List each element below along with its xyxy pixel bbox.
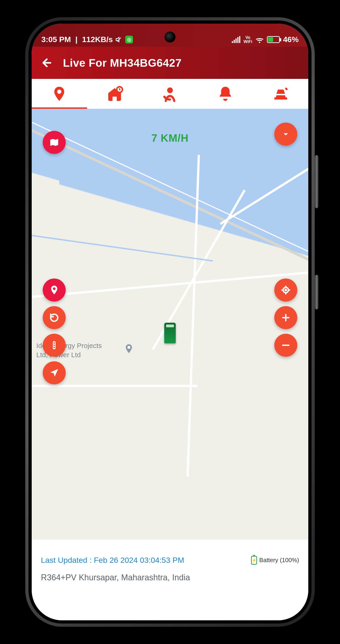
back-button[interactable] — [40, 56, 54, 70]
status-battery-percent: 46% — [283, 35, 299, 44]
map-road — [32, 385, 197, 387]
zoom-out-button[interactable] — [274, 334, 297, 357]
status-time: 3:05 PM — [41, 35, 71, 44]
app-header: Live For MH34BG6427 — [32, 47, 308, 79]
wifi-icon — [255, 36, 264, 43]
recenter-button[interactable] — [274, 278, 297, 302]
map-options-dropdown[interactable] — [274, 122, 297, 146]
poi-pin-icon[interactable] — [124, 344, 134, 354]
status-net-speed: 112KB/s — [82, 35, 113, 44]
traffic-button[interactable] — [43, 334, 66, 357]
refresh-button[interactable] — [43, 306, 66, 329]
map-type-button[interactable] — [43, 131, 66, 154]
phone-frame: 3:05 PM | 112KB/s ◎ VoWiFi — [25, 17, 315, 627]
info-panel: Last Updated : Feb 26 2024 03:04:53 PM B… — [32, 539, 308, 620]
front-camera — [165, 32, 175, 42]
tab-trips[interactable] — [87, 79, 143, 108]
vowifi-icon: VoWiFi — [243, 36, 252, 44]
svg-point-6 — [53, 347, 55, 348]
svg-point-1 — [167, 88, 173, 93]
signal-icon — [232, 36, 240, 43]
svg-point-8 — [285, 289, 287, 291]
device-battery-text: Battery (100%) — [259, 556, 299, 564]
volume-button — [315, 155, 318, 208]
zoom-in-button[interactable] — [274, 306, 297, 329]
speed-indicator: 7 KM/H — [151, 132, 189, 144]
tab-strip — [32, 79, 308, 109]
battery-small-icon — [251, 556, 257, 565]
svg-rect-2 — [128, 346, 130, 349]
last-updated-label: Last Updated : Feb 26 2024 03:04:53 PM — [41, 556, 184, 565]
map-canvas[interactable]: 7 KM/H Ideal Energy Projects Ltd, Power … — [32, 109, 308, 539]
svg-point-4 — [53, 342, 55, 344]
app-badge-icon: ◎ — [125, 36, 133, 44]
device-battery-info: Battery (100%) — [251, 556, 299, 565]
vehicle-marker[interactable] — [164, 323, 176, 344]
drop-pin-button[interactable] — [43, 278, 66, 302]
address-text: R364+PV Khursapar, Maharashtra, India — [41, 572, 222, 584]
svg-point-5 — [53, 344, 55, 346]
tab-live-location[interactable] — [32, 79, 87, 108]
power-button — [315, 275, 318, 309]
screen: 3:05 PM | 112KB/s ◎ VoWiFi — [32, 24, 308, 620]
mute-icon — [115, 36, 123, 44]
battery-icon — [267, 36, 280, 43]
tab-service[interactable] — [253, 79, 308, 108]
page-title: Live For MH34BG6427 — [63, 56, 181, 69]
navigate-button[interactable] — [43, 361, 66, 384]
status-separator: | — [73, 35, 80, 44]
tab-alerts[interactable] — [197, 79, 253, 108]
tab-tracking[interactable] — [143, 79, 198, 108]
